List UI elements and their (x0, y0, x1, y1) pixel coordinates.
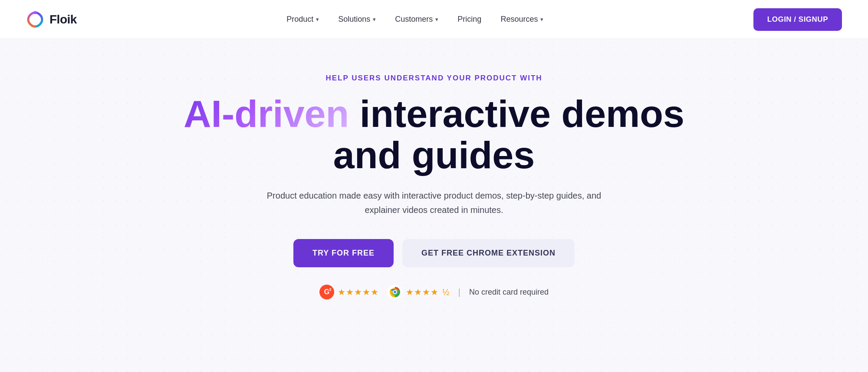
hero-description: Product education made easy with interac… (265, 189, 603, 217)
chrome-stars-full: ★★★★ (406, 287, 439, 297)
nav-item-product[interactable]: Product ▾ (279, 10, 327, 28)
main-nav: Product ▾ Solutions ▾ Customers ▾ Pricin… (279, 10, 551, 28)
hero-title: AI-driven interactive demos and guides (174, 93, 694, 176)
g2-rating: G 2 ★★★★★ (319, 285, 379, 299)
chrome-rating: ★★★★½ (388, 285, 450, 299)
nav-label-customers: Customers (395, 15, 433, 24)
divider: | (458, 287, 460, 297)
chrome-icon (388, 285, 402, 299)
cta-buttons: TRY FOR FREE GET FREE CHROME EXTENSION (293, 239, 575, 267)
chrome-half-star: ½ (442, 287, 450, 297)
chevron-down-icon: ▾ (435, 16, 438, 23)
hero-section: HELP USERS UNDERSTAND YOUR PRODUCT WITH … (0, 39, 868, 326)
logo-wordmark: Floik (49, 13, 77, 27)
svg-text:2: 2 (329, 287, 331, 292)
chevron-down-icon: ▾ (316, 16, 319, 23)
logo[interactable]: Floik (26, 10, 77, 29)
header: Floik Product ▾ Solutions ▾ Customers ▾ … (0, 0, 868, 39)
chevron-down-icon: ▾ (540, 16, 543, 23)
no-credit-card-text: No credit card required (469, 288, 549, 297)
svg-text:G: G (324, 288, 329, 296)
chevron-down-icon: ▾ (373, 16, 376, 23)
nav-label-product: Product (286, 15, 313, 24)
nav-item-solutions[interactable]: Solutions ▾ (330, 10, 384, 28)
nav-item-pricing[interactable]: Pricing (450, 10, 489, 28)
hero-subtitle: HELP USERS UNDERSTAND YOUR PRODUCT WITH (326, 74, 542, 83)
logo-icon (26, 10, 44, 29)
login-signup-button[interactable]: LOGIN / SIGNUP (753, 8, 842, 31)
try-for-free-button[interactable]: TRY FOR FREE (293, 239, 394, 267)
svg-point-9 (394, 291, 396, 293)
hero-title-gradient: AI-driven (184, 92, 349, 135)
nav-item-resources[interactable]: Resources ▾ (493, 10, 551, 28)
nav-label-resources: Resources (500, 15, 538, 24)
g2-stars: ★★★★★ (338, 287, 379, 297)
hero-title-rest: interactive demos and guides (333, 92, 684, 176)
svg-point-1 (34, 11, 37, 14)
g2-badge-icon: G 2 (319, 285, 334, 299)
social-proof: G 2 ★★★★★ (319, 285, 549, 299)
nav-item-customers[interactable]: Customers ▾ (387, 10, 446, 28)
nav-label-solutions: Solutions (338, 15, 370, 24)
nav-label-pricing: Pricing (457, 15, 481, 24)
chrome-extension-button[interactable]: GET FREE CHROME EXTENSION (402, 239, 575, 267)
